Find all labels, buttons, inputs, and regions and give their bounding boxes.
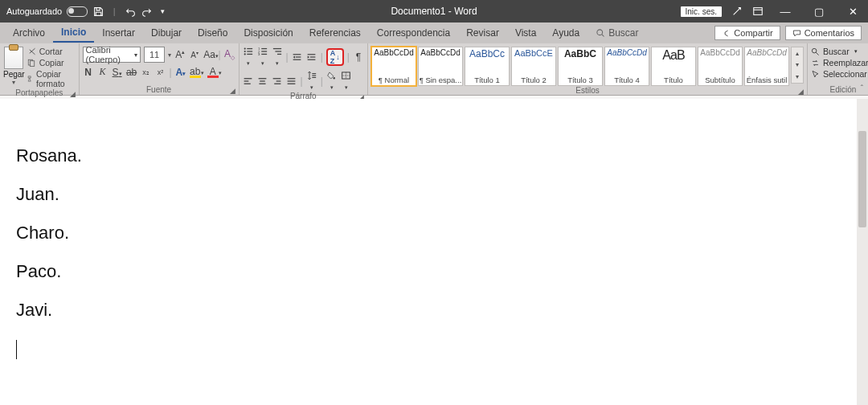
font-color-button[interactable]: A▾ — [207, 66, 222, 78]
superscript-button[interactable]: x² — [155, 68, 166, 76]
document-line[interactable]: Juan. — [16, 184, 857, 205]
chevron-down-icon[interactable]: ▾ — [168, 51, 171, 59]
copy-button[interactable]: Copiar — [27, 58, 76, 68]
login-button[interactable]: Inic. ses. — [681, 6, 722, 17]
ribbon: Pegar ▾ Cortar Copiar Copiar formato P — [0, 43, 868, 96]
tab-diseno[interactable]: Diseño — [190, 24, 235, 42]
cut-button[interactable]: Cortar — [27, 47, 76, 56]
style-card-0[interactable]: AaBbCcDd¶ Normal — [371, 47, 416, 86]
align-justify-button[interactable] — [286, 76, 297, 86]
tab-insertar[interactable]: Insertar — [94, 24, 143, 42]
tab-archivo[interactable]: Archivo — [5, 24, 53, 42]
numbering-button[interactable]: 123▾ — [257, 47, 268, 68]
autosave-label: Autoguardado — [6, 6, 62, 16]
style-card-8[interactable]: AaBbCcDdÉnfasis sutil — [744, 47, 789, 86]
shading-button[interactable]: ▾ — [326, 71, 338, 92]
bold-button[interactable]: N — [83, 67, 94, 78]
search-icon — [811, 47, 820, 56]
document-line[interactable]: Paco. — [16, 261, 857, 282]
align-right-button[interactable] — [272, 76, 283, 86]
tab-dibujar[interactable]: Dibujar — [143, 24, 190, 42]
style-preview: AaBbCcDd — [420, 49, 460, 57]
replace-button[interactable]: Reemplazar — [811, 58, 868, 68]
group-label-font: Fuente ◢ — [83, 85, 235, 95]
save-icon[interactable] — [92, 6, 104, 17]
strikethrough-button[interactable]: ab — [126, 67, 137, 78]
qat-separator: | — [108, 6, 120, 17]
format-painter-button[interactable]: Copiar formato — [27, 69, 76, 88]
tab-inicio[interactable]: Inicio — [53, 23, 94, 43]
dialog-launcher-icon[interactable]: ◢ — [798, 88, 804, 96]
underline-button[interactable]: S▾ — [112, 67, 123, 78]
increase-indent-button[interactable] — [306, 52, 317, 62]
tab-revisar[interactable]: Revisar — [458, 24, 507, 42]
style-preview: AaBbCcDd — [747, 49, 786, 57]
multilevel-button[interactable]: ▾ — [272, 47, 283, 68]
scrollbar-thumb[interactable] — [858, 131, 866, 227]
share-button[interactable]: Compartir — [714, 26, 780, 40]
style-card-3[interactable]: AaBbCcETítulo 2 — [511, 47, 556, 86]
dialog-launcher-icon[interactable]: ◢ — [70, 90, 76, 98]
show-marks-button[interactable]: ¶ — [353, 51, 364, 63]
document-line[interactable]: Javi. — [16, 300, 857, 321]
change-case-button[interactable]: Aa▾ — [203, 49, 215, 60]
paste-button[interactable]: Pegar ▾ — [3, 45, 25, 86]
group-label-editing: Edición — [811, 85, 868, 95]
tab-vista[interactable]: Vista — [507, 24, 544, 42]
style-card-2[interactable]: AaBbCcTítulo 1 — [465, 47, 510, 86]
bullets-button[interactable]: ▾ — [243, 47, 254, 68]
ribbon-display-icon[interactable] — [752, 6, 764, 17]
highlight-button[interactable]: ab▾ — [190, 66, 204, 78]
text-effects-button[interactable]: A▾ — [175, 67, 186, 78]
italic-button[interactable]: K — [97, 66, 108, 78]
style-card-4[interactable]: AaBbCTítulo 3 — [558, 47, 603, 86]
scissors-icon — [27, 47, 36, 56]
style-preview: AaBbCcE — [514, 49, 553, 58]
borders-button[interactable]: ▾ — [341, 71, 352, 92]
sort-button[interactable]: AZ↓ — [326, 48, 344, 66]
document-line[interactable]: Rosana. — [16, 145, 857, 166]
dialog-launcher-icon[interactable]: ◢ — [230, 87, 235, 95]
decrease-indent-button[interactable] — [292, 52, 303, 62]
group-label-styles: Estilos ◢ — [371, 86, 804, 96]
close-button[interactable]: ✕ — [841, 6, 865, 18]
select-button[interactable]: Seleccionar▾ — [811, 69, 868, 79]
align-left-button[interactable] — [243, 76, 254, 86]
svg-point-10 — [244, 53, 245, 55]
styles-expand-button[interactable]: ▴▾▾ — [791, 47, 804, 84]
shrink-font-button[interactable]: A▾ — [189, 50, 200, 59]
tell-me-search[interactable]: Buscar — [596, 27, 638, 39]
svg-line-3 — [602, 35, 604, 37]
maximize-button[interactable]: ▢ — [807, 6, 831, 18]
line-spacing-button[interactable]: ▾ — [306, 71, 317, 92]
minimize-button[interactable]: — — [773, 6, 797, 18]
grow-font-button[interactable]: A▴ — [174, 49, 186, 60]
document-page[interactable]: Rosana.Juan.Charo.Paco.Javi. — [0, 99, 857, 405]
font-family-combo[interactable]: Calibri (Cuerpo)▾ — [83, 47, 141, 63]
style-card-1[interactable]: AaBbCcDd¶ Sin espa... — [418, 47, 463, 86]
tab-correspondencia[interactable]: Correspondencia — [369, 24, 458, 42]
style-card-5[interactable]: AaBbCcDdTítulo 4 — [604, 47, 649, 86]
align-center-button[interactable] — [257, 76, 268, 86]
autosave-toggle[interactable] — [67, 6, 88, 17]
group-font: Calibri (Cuerpo)▾ 11 ▾ A▴ A▾ Aa▾ | A◇ N … — [80, 43, 240, 95]
tab-disposicion[interactable]: Disposición — [235, 24, 301, 42]
style-card-7[interactable]: AaBbCcDdSubtítulo — [698, 47, 743, 86]
collapse-ribbon-button[interactable]: ˆ — [861, 84, 863, 93]
comments-button[interactable]: Comentarios — [785, 26, 862, 40]
vertical-scrollbar[interactable] — [857, 99, 868, 405]
find-button[interactable]: Buscar▾ — [811, 47, 868, 56]
font-size-combo[interactable]: 11 — [144, 47, 165, 63]
tab-ayuda[interactable]: Ayuda — [544, 24, 588, 42]
qat-more-icon[interactable]: ▾ — [157, 6, 168, 17]
clear-format-button[interactable]: A◇ — [224, 48, 235, 61]
undo-icon[interactable] — [125, 6, 136, 17]
document-line[interactable]: Charo. — [16, 223, 857, 243]
comment-icon — [792, 29, 801, 38]
style-preview: AaBbC — [564, 49, 596, 59]
redo-icon[interactable] — [141, 6, 152, 17]
coming-soon-icon[interactable] — [731, 6, 743, 17]
tab-referencias[interactable]: Referencias — [301, 24, 369, 42]
subscript-button[interactable]: x₂ — [141, 68, 152, 76]
style-card-6[interactable]: AaBTítulo — [651, 47, 696, 86]
